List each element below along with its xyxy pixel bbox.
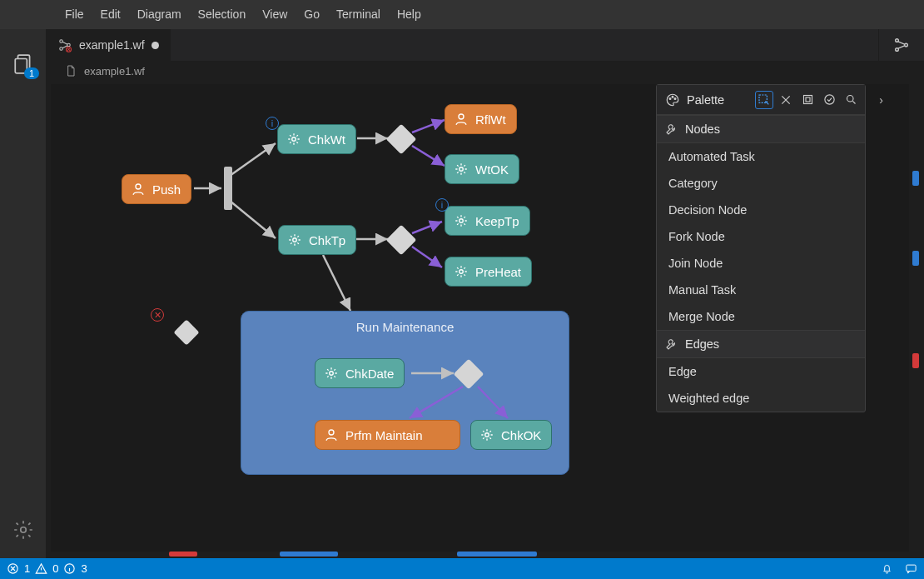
decision-node-tp[interactable] bbox=[386, 225, 417, 256]
breadcrumb-label: example1.wf bbox=[84, 65, 145, 77]
palette-item-decision-node[interactable]: Decision Node bbox=[657, 197, 865, 223]
svg-line-12 bbox=[230, 201, 276, 238]
svg-line-28 bbox=[410, 387, 463, 418]
explorer-icon[interactable]: 1 bbox=[0, 44, 46, 84]
minimap-mark-info bbox=[457, 552, 537, 557]
node-chkok[interactable]: ChkOK bbox=[470, 420, 552, 450]
svg-point-9 bbox=[905, 43, 908, 47]
category-title: Run Maintenance bbox=[241, 312, 569, 339]
menu-terminal[interactable]: Terminal bbox=[328, 0, 389, 29]
user-icon bbox=[454, 112, 469, 127]
gear-icon bbox=[324, 366, 339, 381]
node-label: WtOK bbox=[475, 162, 509, 177]
breadcrumb[interactable]: example1.wf bbox=[46, 61, 924, 81]
node-keeptp[interactable]: KeepTp bbox=[445, 206, 530, 236]
menu-view[interactable]: View bbox=[254, 0, 296, 29]
user-icon bbox=[131, 182, 146, 197]
svg-point-30 bbox=[330, 372, 334, 376]
error-circle-icon bbox=[7, 562, 19, 575]
node-push[interactable]: Push bbox=[122, 174, 191, 204]
palette-item-fork-node[interactable]: Fork Node bbox=[657, 223, 865, 250]
palette-item-edge[interactable]: Edge bbox=[657, 358, 865, 385]
node-wtok[interactable]: WtOK bbox=[445, 154, 519, 184]
palette-icon bbox=[665, 92, 680, 107]
svg-point-26 bbox=[460, 270, 464, 274]
palette-item-category[interactable]: Category bbox=[657, 170, 865, 197]
category-run-maintenance[interactable]: Run Maintenance ChkDate bbox=[241, 311, 569, 475]
svg-point-4 bbox=[60, 47, 62, 50]
svg-line-29 bbox=[478, 387, 508, 418]
node-rflwt[interactable]: RflWt bbox=[445, 104, 517, 134]
palette-tool-select[interactable] bbox=[755, 91, 773, 109]
svg-line-19 bbox=[323, 255, 350, 311]
svg-point-22 bbox=[459, 114, 464, 119]
palette-item-automated-task[interactable]: Automated Task bbox=[657, 143, 865, 170]
palette-tool-search[interactable] bbox=[842, 91, 860, 109]
svg-point-24 bbox=[293, 238, 297, 242]
palette-section-edges[interactable]: Edges bbox=[657, 330, 865, 358]
palette-tool-validate[interactable] bbox=[820, 91, 838, 109]
palette-collapse-icon[interactable]: › bbox=[879, 93, 883, 107]
workflow-file-icon bbox=[57, 37, 72, 52]
node-label: RflWt bbox=[475, 112, 506, 127]
svg-point-34 bbox=[672, 96, 673, 97]
user-icon bbox=[324, 427, 339, 442]
palette-item-weighted-edge[interactable]: Weighted edge bbox=[657, 385, 865, 412]
palette-panel[interactable]: Palette bbox=[656, 84, 866, 412]
svg-point-8 bbox=[896, 48, 899, 52]
editor-actions[interactable] bbox=[878, 29, 924, 61]
node-label: ChkTp bbox=[309, 233, 345, 247]
overview-ruler bbox=[909, 84, 919, 552]
status-problems[interactable]: 1 0 3 bbox=[7, 562, 87, 575]
svg-rect-37 bbox=[803, 96, 812, 104]
node-prfm-maintain[interactable]: Prfm Maintain bbox=[315, 420, 460, 450]
file-icon bbox=[64, 64, 77, 77]
svg-point-2 bbox=[20, 527, 26, 533]
palette-item-join-node[interactable]: Join Node bbox=[657, 250, 865, 277]
wrench-icon bbox=[665, 122, 678, 136]
editor-content: example1.wf example1.wf bbox=[46, 29, 924, 558]
svg-point-7 bbox=[896, 39, 899, 42]
svg-line-17 bbox=[412, 222, 442, 233]
status-feedback[interactable] bbox=[905, 562, 917, 575]
gear-icon bbox=[287, 232, 302, 247]
decision-node-maint[interactable] bbox=[454, 359, 484, 390]
decision-node-orphan[interactable] bbox=[173, 319, 199, 345]
decision-node-wt[interactable] bbox=[386, 124, 417, 155]
status-warnings-count: 0 bbox=[52, 562, 58, 575]
status-notifications[interactable] bbox=[881, 562, 893, 575]
gear-icon bbox=[454, 264, 469, 279]
node-preheat[interactable]: PreHeat bbox=[445, 257, 532, 287]
menu-file[interactable]: File bbox=[57, 0, 92, 29]
palette-tool-delete[interactable] bbox=[777, 91, 795, 109]
palette-item-merge-node[interactable]: Merge Node bbox=[657, 303, 865, 330]
palette-title: Palette bbox=[687, 93, 748, 107]
node-chkdate[interactable]: ChkDate bbox=[315, 358, 405, 388]
gear-icon bbox=[286, 132, 301, 147]
svg-line-18 bbox=[412, 247, 442, 267]
comment-icon bbox=[905, 562, 917, 575]
diagram-canvas[interactable]: Push ChkWt i RflWt WtOK bbox=[51, 84, 919, 552]
menu-help[interactable]: Help bbox=[389, 0, 430, 29]
palette-section-nodes[interactable]: Nodes bbox=[657, 115, 865, 143]
menu-diagram[interactable]: Diagram bbox=[129, 0, 190, 29]
info-badge-icon: i bbox=[435, 198, 449, 212]
marker-info bbox=[912, 171, 919, 186]
settings-gear-icon[interactable] bbox=[0, 510, 46, 550]
status-bar: 1 0 3 bbox=[0, 558, 924, 579]
fork-node[interactable] bbox=[224, 167, 232, 210]
tab-example1[interactable]: example1.wf bbox=[46, 29, 171, 61]
menu-selection[interactable]: Selection bbox=[190, 0, 255, 29]
menu-edit[interactable]: Edit bbox=[92, 0, 129, 29]
svg-point-31 bbox=[329, 430, 334, 435]
node-chktp[interactable]: ChkTp bbox=[278, 225, 356, 255]
node-chkwt[interactable]: ChkWt bbox=[277, 124, 356, 154]
explorer-badge: 1 bbox=[24, 67, 39, 79]
node-label: Prfm Maintain bbox=[345, 428, 423, 442]
palette-tool-fit[interactable] bbox=[798, 91, 817, 109]
menu-go[interactable]: Go bbox=[296, 0, 328, 29]
search-icon bbox=[845, 93, 857, 106]
dirty-indicator-icon bbox=[152, 42, 159, 49]
check-circle-icon bbox=[823, 93, 836, 106]
palette-item-manual-task[interactable]: Manual Task bbox=[657, 277, 865, 303]
